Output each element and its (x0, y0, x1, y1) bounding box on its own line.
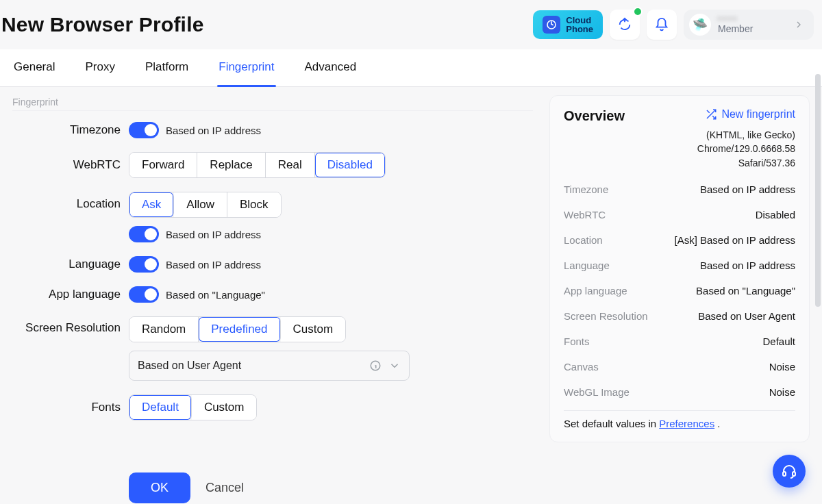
screen-select-value: Based on User Agent (138, 360, 241, 372)
overview-value: Noise (769, 386, 795, 398)
overview-key: Timezone (564, 184, 608, 195)
webrtc-opt-forward[interactable]: Forward (129, 153, 197, 177)
preferences-link[interactable]: Preferences (659, 418, 714, 429)
user-agent-snippet: (KHTML, like Gecko) Chrome/129.0.6668.58… (564, 128, 795, 170)
headset-icon (781, 463, 797, 479)
webrtc-opt-disabled[interactable]: Disabled (315, 153, 385, 177)
overview-key: WebGL Image (564, 386, 630, 398)
screen-opt-custom[interactable]: Custom (281, 317, 346, 342)
app-language-toggle[interactable] (129, 286, 159, 303)
svg-rect-2 (783, 472, 786, 476)
language-label: Language (12, 257, 122, 271)
overview-row: Location[Ask] Based on IP address (564, 227, 795, 253)
location-opt-allow[interactable]: Allow (174, 192, 227, 217)
tab-advanced[interactable]: Advanced (303, 49, 358, 86)
member-chip[interactable]: 🛸 • • • • Member (684, 10, 814, 40)
overview-value: Based on User Agent (698, 310, 795, 322)
location-opt-ask[interactable]: Ask (129, 192, 174, 217)
info-icon (369, 360, 382, 372)
webrtc-opt-real[interactable]: Real (266, 153, 315, 177)
overview-key: Language (564, 260, 610, 271)
overview-key: Screen Resolution (564, 310, 648, 322)
tab-platform[interactable]: Platform (144, 49, 190, 86)
overview-key: Canvas (564, 361, 599, 373)
fonts-segment: Default Custom (129, 394, 257, 420)
overview-row: Screen ResolutionBased on User Agent (564, 303, 795, 329)
screen-label: Screen Resolution (12, 316, 122, 335)
ok-button[interactable]: OK (129, 473, 190, 503)
tab-general[interactable]: General (12, 49, 56, 86)
overview-row: LanguageBased on IP address (564, 253, 795, 278)
sync-icon (617, 17, 632, 32)
webrtc-label: WebRTC (12, 158, 122, 172)
location-label: Location (12, 192, 122, 211)
new-fingerprint-label: New fingerprint (721, 108, 795, 121)
screen-opt-random[interactable]: Random (129, 317, 199, 342)
language-hint: Based on IP address (166, 259, 261, 270)
tabs: General Proxy Platform Fingerprint Advan… (0, 49, 822, 87)
overview-row: CanvasNoise (564, 354, 795, 379)
overview-key: Fonts (564, 336, 590, 347)
location-segment: Ask Allow Block (129, 192, 282, 218)
screen-select[interactable]: Based on User Agent (129, 351, 410, 381)
overview-value: Based on IP address (700, 184, 795, 195)
overview-key: Location (564, 234, 603, 246)
location-ip-hint: Based on IP address (166, 229, 261, 240)
sync-button[interactable] (610, 10, 640, 40)
overview-value: Based on IP address (700, 260, 795, 271)
notifications-button[interactable] (647, 10, 677, 40)
location-opt-block[interactable]: Block (227, 192, 281, 217)
screen-opt-predefined[interactable]: Predefined (199, 317, 280, 342)
fonts-label: Fonts (12, 401, 122, 414)
cloud-phone-button[interactable]: Cloud Phone (533, 10, 603, 39)
timezone-label: Timezone (12, 123, 122, 137)
app-language-hint: Based on "Language" (166, 289, 265, 301)
location-ip-toggle[interactable] (129, 226, 159, 242)
section-hint: Fingerprint (12, 92, 533, 111)
overview-key: WebRTC (564, 209, 606, 220)
page-title: New Browser Profile (1, 13, 204, 36)
overview-row: TimezoneBased on IP address (564, 177, 795, 202)
cloud-phone-line2: Phone (566, 25, 593, 34)
cloud-phone-icon (543, 16, 560, 34)
webrtc-segment: Forward Replace Real Disabled (129, 152, 386, 178)
fonts-opt-custom[interactable]: Custom (192, 395, 257, 420)
app-language-label: App language (12, 288, 122, 301)
tab-fingerprint[interactable]: Fingerprint (217, 49, 275, 86)
overview-value: Disabled (756, 209, 795, 220)
member-name: • • • • (718, 15, 753, 24)
overview-row: WebGL ImageNoise (564, 379, 795, 405)
overview-panel: Overview New fingerprint (KHTML, like Ge… (549, 95, 810, 442)
member-role: Member (718, 24, 753, 34)
fonts-opt-default[interactable]: Default (129, 395, 192, 420)
new-fingerprint-button[interactable]: New fingerprint (705, 108, 795, 121)
overview-row: WebRTCDisabled (564, 202, 795, 227)
overview-row: FontsDefault (564, 329, 795, 354)
bell-icon (654, 17, 669, 32)
tab-proxy[interactable]: Proxy (84, 49, 116, 86)
timezone-toggle[interactable] (129, 122, 159, 138)
overview-value: Default (762, 336, 795, 347)
chevron-right-icon (793, 19, 804, 30)
chevron-down-icon (388, 360, 401, 372)
overview-value: Noise (769, 361, 795, 373)
svg-rect-3 (793, 472, 795, 476)
avatar: 🛸 (689, 14, 711, 36)
overview-value: [Ask] Based on IP address (675, 234, 796, 246)
overview-row: App languageBased on "Language" (564, 278, 795, 303)
support-fab[interactable] (773, 455, 806, 488)
shuffle-icon (705, 108, 717, 121)
cancel-button[interactable]: Cancel (206, 481, 244, 495)
status-ok-badge (633, 7, 643, 16)
overview-value: Based on "Language" (696, 285, 795, 297)
pref-pre: Set default values in (564, 418, 659, 429)
screen-segment: Random Predefined Custom (129, 316, 346, 342)
overview-key: App language (564, 285, 627, 297)
language-toggle[interactable] (129, 256, 159, 273)
pref-post: . (714, 418, 720, 429)
timezone-hint: Based on IP address (166, 125, 261, 136)
webrtc-opt-replace[interactable]: Replace (197, 153, 265, 177)
scrollbar[interactable] (815, 74, 821, 307)
